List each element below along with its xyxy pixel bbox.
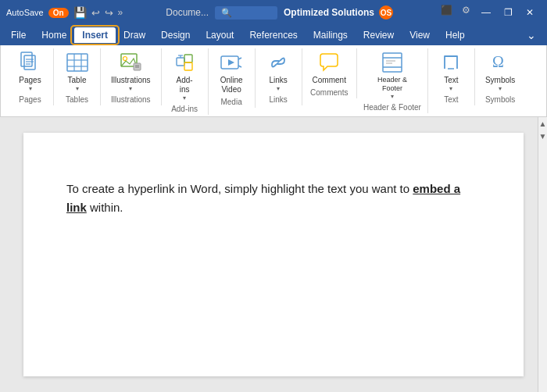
symbols-label: Symbols bbox=[485, 76, 515, 85]
header-footer-icon bbox=[380, 50, 405, 75]
pages-items: Pages ▾ bbox=[14, 48, 47, 94]
online-video-label: OnlineVideo bbox=[220, 76, 243, 94]
ribbon-group-table: Table ▾ Tables bbox=[54, 48, 101, 105]
addins-label: Add-ins bbox=[177, 76, 193, 94]
comments-group-label: Comments bbox=[310, 88, 348, 97]
title-bar: AutoSave On 💾 ↩ ↪ » Docume... 🔍 Optimize… bbox=[0, 0, 547, 25]
header-footer-group-label: Header & Footer bbox=[363, 103, 421, 112]
document-area: To create a hyperlink in Word, simply hi… bbox=[0, 117, 547, 392]
svg-rect-25 bbox=[383, 53, 402, 72]
svg-rect-15 bbox=[177, 58, 184, 66]
menu-references[interactable]: References bbox=[241, 27, 305, 43]
more-icon[interactable]: » bbox=[118, 7, 123, 18]
menu-insert[interactable]: Insert bbox=[74, 27, 116, 43]
help-icon[interactable]: ⬛ bbox=[436, 2, 457, 23]
ribbon-group-illustrations: Illustrations ▾ Illustrations bbox=[101, 48, 162, 105]
text-label: Text bbox=[444, 76, 458, 85]
links-label: Links bbox=[269, 76, 287, 85]
ribbon-content: Pages ▾ Pages bbox=[0, 45, 547, 117]
menu-file[interactable]: File bbox=[3, 27, 34, 43]
ribbon-group-links: Links ▾ Links bbox=[256, 48, 302, 105]
ribbon: Pages ▾ Pages bbox=[0, 45, 547, 117]
addins-group-label: Add-ins bbox=[171, 105, 198, 113]
header-footer-button[interactable]: Header &Footer ▾ bbox=[374, 48, 411, 102]
svg-rect-16 bbox=[184, 55, 192, 62]
ribbon-group-header-footer: Header &Footer ▾ Header & Footer bbox=[357, 48, 428, 113]
app-title: Optimized Solutions OS bbox=[284, 5, 393, 20]
links-group-label: Links bbox=[269, 95, 287, 104]
search-icon: 🔍 bbox=[221, 8, 232, 18]
scroll-down-button[interactable]: ▼ bbox=[538, 130, 547, 142]
ribbon-group-symbols: Ω Symbols ▾ Symbols bbox=[475, 48, 525, 105]
menu-home[interactable]: Home bbox=[34, 27, 74, 43]
highlighted-text: embed a link bbox=[66, 182, 460, 214]
svg-point-11 bbox=[123, 57, 127, 61]
autosave-toggle[interactable]: On bbox=[48, 8, 69, 18]
close-button[interactable]: ✕ bbox=[519, 2, 541, 23]
table-items: Table ▾ bbox=[61, 48, 94, 94]
pages-label: Pages bbox=[19, 76, 41, 85]
menu-layout[interactable]: Layout bbox=[198, 27, 241, 43]
links-icon bbox=[266, 50, 291, 75]
ribbon-group-comments: Comment Comments bbox=[302, 48, 357, 98]
ribbon-toggle[interactable]: ⌄ bbox=[519, 27, 544, 44]
media-items: OnlineVideo bbox=[215, 48, 248, 96]
illustrations-button[interactable]: Illustrations ▾ bbox=[107, 48, 155, 94]
text-button[interactable]: Text ▾ bbox=[434, 48, 467, 94]
online-video-button[interactable]: OnlineVideo bbox=[215, 48, 248, 96]
menu-help[interactable]: Help bbox=[438, 27, 473, 43]
table-label: Table bbox=[68, 76, 87, 85]
tables-group-label: Tables bbox=[66, 95, 88, 104]
menu-mailings[interactable]: Mailings bbox=[306, 27, 356, 43]
save-icon[interactable]: 💾 bbox=[73, 6, 87, 19]
ribbon-group-media: OnlineVideo Media bbox=[209, 48, 256, 108]
document-page[interactable]: To create a hyperlink in Word, simply hi… bbox=[23, 133, 524, 376]
text-group-label: Text bbox=[444, 95, 458, 104]
menu-view[interactable]: View bbox=[402, 27, 438, 43]
comments-items: Comment bbox=[309, 48, 350, 87]
addins-icon bbox=[172, 50, 197, 75]
symbols-icon: Ω bbox=[488, 50, 513, 75]
ribbon-group-text: Text ▾ Text bbox=[428, 48, 475, 105]
app-name-label: Optimized Solutions bbox=[284, 7, 374, 18]
maximize-button[interactable]: ❐ bbox=[497, 2, 519, 23]
pages-button[interactable]: Pages ▾ bbox=[14, 48, 47, 94]
comment-icon bbox=[316, 50, 341, 75]
illustrations-group-label: Illustrations bbox=[111, 95, 151, 104]
online-video-icon bbox=[219, 50, 244, 75]
svg-rect-5 bbox=[67, 54, 88, 71]
illustrations-icon bbox=[118, 50, 143, 75]
title-bar-center: Docume... 🔍 Optimized Solutions OS bbox=[123, 5, 436, 20]
illustrations-items: Illustrations ▾ bbox=[107, 48, 155, 94]
ribbon-group-pages: Pages ▾ Pages bbox=[7, 48, 54, 105]
symbols-button[interactable]: Ω Symbols ▾ bbox=[481, 48, 519, 94]
links-button[interactable]: Links ▾ bbox=[262, 48, 295, 94]
undo-icon[interactable]: ↩ bbox=[91, 7, 100, 19]
menu-design[interactable]: Design bbox=[153, 27, 198, 43]
media-group-label: Media bbox=[220, 98, 241, 106]
settings-icon[interactable]: ⚙ bbox=[457, 2, 475, 23]
scroll-track: ▲ ▼ bbox=[538, 117, 547, 392]
menu-draw[interactable]: Draw bbox=[116, 27, 153, 43]
symbols-items: Ω Symbols ▾ bbox=[481, 48, 519, 94]
document-name: Docume... bbox=[166, 7, 209, 18]
svg-rect-17 bbox=[184, 62, 192, 70]
table-icon bbox=[65, 50, 90, 75]
pages-group-label: Pages bbox=[19, 95, 41, 104]
menu-review[interactable]: Review bbox=[356, 27, 402, 43]
minimize-button[interactable]: — bbox=[475, 2, 497, 23]
title-bar-left: AutoSave On 💾 ↩ ↪ » bbox=[6, 6, 123, 19]
window-controls: ⬛ ⚙ — ❐ ✕ bbox=[436, 2, 541, 23]
menu-bar: File Home Insert Draw Design Layout Refe… bbox=[0, 25, 547, 45]
search-bar[interactable]: 🔍 bbox=[215, 6, 277, 20]
table-button[interactable]: Table ▾ bbox=[61, 48, 94, 94]
document-text: To create a hyperlink in Word, simply hi… bbox=[66, 180, 481, 217]
scroll-up-button[interactable]: ▲ bbox=[538, 117, 547, 130]
text-icon bbox=[438, 50, 463, 75]
addins-button[interactable]: Add-ins ▾ bbox=[168, 48, 201, 103]
comment-button[interactable]: Comment bbox=[309, 48, 350, 87]
ribbon-group-addins: Add-ins ▾ Add-ins bbox=[162, 48, 209, 115]
svg-text:Ω: Ω bbox=[492, 53, 504, 70]
header-footer-label: Header &Footer bbox=[377, 76, 407, 93]
redo-icon[interactable]: ↪ bbox=[105, 7, 113, 19]
